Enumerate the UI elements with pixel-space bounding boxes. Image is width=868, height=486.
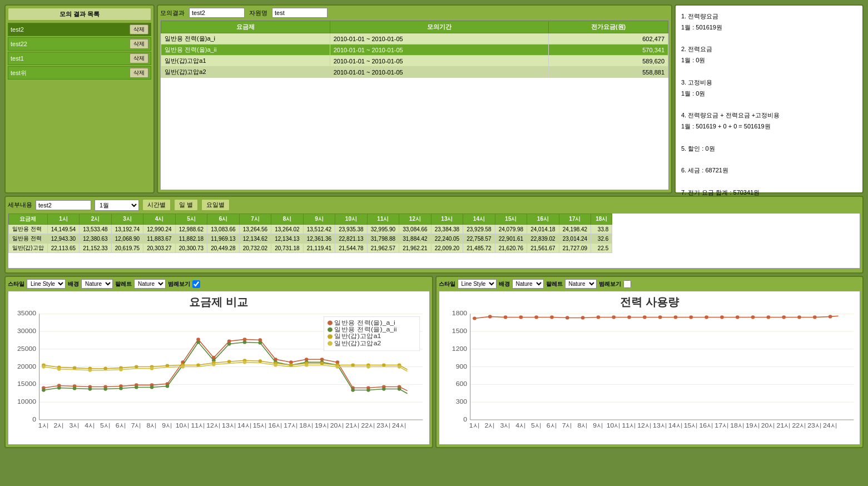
detail-input[interactable] xyxy=(36,200,91,210)
delete-button[interactable]: 삭제 xyxy=(130,24,148,34)
svg-point-170 xyxy=(782,315,786,319)
svg-point-98 xyxy=(336,365,340,368)
detail-cell: 12,990.24 xyxy=(143,225,176,234)
left-palette-select[interactable]: Nature xyxy=(134,279,166,289)
list-items: test2 삭제test22 삭제test1 삭제test위 삭제 xyxy=(8,23,151,80)
table-row[interactable]: 일반용 전력(을)a_ii 2010-01-01 ~ 2010-01-05 57… xyxy=(161,44,668,56)
svg-point-164 xyxy=(689,315,693,319)
svg-point-150 xyxy=(473,316,477,320)
svg-point-48 xyxy=(166,384,170,388)
detail-cell: 11,969.13 xyxy=(207,234,240,244)
detail-cell: 20,300.73 xyxy=(175,244,207,253)
detail-cell: 22,240.05 xyxy=(431,234,463,244)
svg-point-94 xyxy=(212,363,216,366)
detail-cell: 24,079.98 xyxy=(495,225,527,234)
list-item[interactable]: test2 삭제 xyxy=(8,23,151,36)
right-legend-label: 범례보기 xyxy=(599,280,621,288)
left-bg-select[interactable]: Nature xyxy=(81,279,113,289)
svg-text:11시: 11시 xyxy=(622,421,636,428)
detail-cell: 22,901.61 xyxy=(495,234,527,244)
month-select[interactable]: 1월2월3월 xyxy=(95,200,139,211)
weekday-btn[interactable]: 요일별 xyxy=(201,199,230,211)
detail-cell: 22.5 xyxy=(591,244,612,253)
right-palette-select[interactable]: Nature xyxy=(565,279,597,289)
table-row[interactable]: 일반용 전력(을)a_i 2010-01-01 ~ 2010-01-05 602… xyxy=(161,33,668,44)
result-input[interactable] xyxy=(189,8,245,18)
svg-text:23시: 23시 xyxy=(807,421,822,428)
svg-text:23시: 23시 xyxy=(376,421,391,428)
svg-text:20시: 20시 xyxy=(761,421,775,428)
daily-btn[interactable]: 일 별 xyxy=(174,199,198,211)
detail-cell: 20,732.02 xyxy=(239,244,271,253)
right-style-select[interactable]: Line Style xyxy=(458,279,497,289)
svg-point-153 xyxy=(519,315,523,319)
svg-text:7시: 7시 xyxy=(562,421,572,428)
svg-point-47 xyxy=(150,385,154,389)
detail-col-header: 2시 xyxy=(80,214,112,225)
svg-text:일반용 전력(을)_a_i: 일반용 전력(을)_a_i xyxy=(334,319,395,325)
cell-price: 558,881 xyxy=(549,67,668,78)
svg-text:19시: 19시 xyxy=(745,421,760,428)
list-item[interactable]: test위 삭제 xyxy=(8,66,151,80)
detail-cell: 13,083.66 xyxy=(207,225,240,234)
svg-point-169 xyxy=(766,315,770,319)
detail-cell: 20,303.27 xyxy=(143,244,176,253)
svg-text:13시: 13시 xyxy=(222,421,236,428)
right-legend-checkbox[interactable] xyxy=(623,280,631,288)
detail-cell: 21,561.67 xyxy=(527,244,559,253)
svg-text:6시: 6시 xyxy=(116,421,126,428)
svg-text:4시: 4시 xyxy=(515,421,526,428)
svg-text:22시: 22시 xyxy=(792,421,806,428)
info-line: 1월 : 501619 + 0 + 0 = 501619원 xyxy=(681,121,857,132)
svg-point-86 xyxy=(382,363,386,366)
detail-table-container[interactable]: 요금제1시2시3시4시5시6시7시8시9시10시11시12시13시14시15시1… xyxy=(8,213,860,269)
result-table-container: 요금제 모의기간 전가요금(원) 일반용 전력(을)a_i 2010-01-01… xyxy=(160,20,669,190)
right-bg-select[interactable]: Nature xyxy=(512,279,544,289)
left-panel-title: 모의 결과 목록 xyxy=(8,8,151,21)
left-legend-checkbox[interactable] xyxy=(192,280,200,288)
svg-point-130 xyxy=(328,334,333,339)
hourly-btn[interactable]: 시간별 xyxy=(142,199,171,211)
table-row[interactable]: 일반(갑)고압a1 2010-01-01 ~ 2010-01-05 589,62… xyxy=(161,56,668,67)
detail-cell: 일반용 전력 xyxy=(9,234,48,244)
svg-text:8시: 8시 xyxy=(146,421,157,428)
center-panel: 모의결과 자원명 요금제 모의기간 전가요금(원) 일반용 전력(을)a_i xyxy=(157,4,672,194)
delete-button[interactable]: 삭제 xyxy=(130,39,148,49)
detail-table-row: 일반용 전력14,149.5413,533.4813,192.7412,990.… xyxy=(9,225,612,234)
svg-text:4시: 4시 xyxy=(85,421,95,428)
list-item[interactable]: test22 삭제 xyxy=(8,37,151,51)
source-input[interactable] xyxy=(272,8,328,18)
svg-text:12시: 12시 xyxy=(637,421,652,428)
svg-point-171 xyxy=(797,315,801,319)
detail-col-header: 9시 xyxy=(303,214,335,225)
svg-point-90 xyxy=(88,368,92,371)
svg-text:5시: 5시 xyxy=(531,421,542,428)
info-line: 1월 : 0원 xyxy=(681,88,857,100)
svg-point-156 xyxy=(565,316,569,319)
detail-col-header: 8시 xyxy=(271,214,304,225)
detail-col-header: 1시 xyxy=(47,214,80,225)
svg-point-43 xyxy=(88,387,92,390)
delete-button[interactable]: 삭제 xyxy=(130,68,148,78)
detail-cell: 22,113.65 xyxy=(47,244,80,253)
detail-cell: 20,449.28 xyxy=(207,244,240,253)
cell-period: 2010-01-01 ~ 2010-01-05 xyxy=(330,67,549,78)
right-chart-svg: 1800 1500 1200 900 600 300 0 xyxy=(439,308,860,434)
left-style-select[interactable]: Line Style xyxy=(27,279,66,289)
col-header-period: 모의기간 xyxy=(330,21,549,33)
right-panel: 1. 전력량요금1월 : 501619원2. 전력요금1월 : 0원3. 고정비… xyxy=(674,4,864,194)
delete-button[interactable]: 삭제 xyxy=(130,53,148,63)
table-row[interactable]: 일반(갑)고압a2 2010-01-01 ~ 2010-01-05 558,88… xyxy=(161,67,668,78)
detail-col-header: 15시 xyxy=(495,214,527,225)
detail-col-header: 요금제 xyxy=(9,214,48,225)
svg-point-50 xyxy=(196,340,200,344)
detail-col-header: 7시 xyxy=(239,214,271,225)
result-table: 요금제 모의기간 전가요금(원) 일반용 전력(을)a_i 2010-01-01… xyxy=(161,21,668,78)
detail-cell: 23,935.38 xyxy=(335,225,368,234)
svg-text:0: 0 xyxy=(32,415,36,422)
detail-cell: 13,192.74 xyxy=(111,225,143,234)
list-item[interactable]: test1 삭제 xyxy=(8,52,151,65)
svg-text:24시: 24시 xyxy=(823,421,837,428)
svg-point-162 xyxy=(658,315,662,319)
svg-point-157 xyxy=(581,316,584,319)
